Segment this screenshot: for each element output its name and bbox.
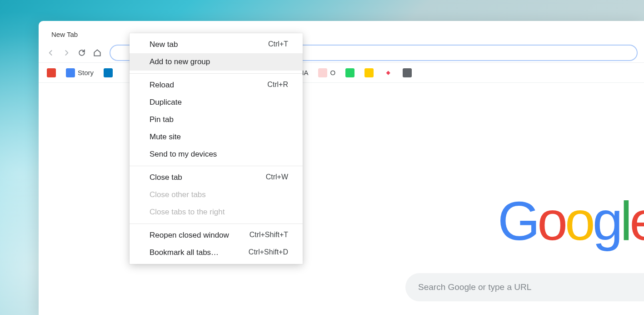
menu-item-add-to-new-group[interactable]: Add to new group: [130, 53, 303, 71]
bookmark-todoist[interactable]: [44, 66, 59, 79]
bookmark-label: O: [330, 69, 335, 76]
bookmark-trello[interactable]: [101, 66, 115, 79]
google-logo: Google: [498, 189, 644, 252]
menu-item-reload[interactable]: ReloadCtrl+R: [130, 76, 303, 94]
menu-item-label: Pin tab: [150, 115, 174, 124]
bookmark-icon: [104, 68, 113, 77]
menu-item-label: Send to my devices: [150, 150, 217, 159]
search-placeholder: Search Google or type a URL: [418, 282, 531, 292]
menu-item-label: Close tab: [150, 173, 182, 182]
menu-separator: [130, 73, 303, 74]
menu-item-close-other-tabs: Close other tabs: [130, 186, 303, 203]
menu-item-shortcut: Ctrl+T: [268, 40, 288, 49]
menu-separator: [130, 224, 303, 224]
menu-item-close-tab[interactable]: Close tabCtrl+W: [130, 169, 303, 186]
menu-item-mute-site[interactable]: Mute site: [130, 128, 303, 146]
tab-context-menu: New tabCtrl+TAdd to new groupReloadCtrl+…: [130, 33, 303, 264]
menu-item-pin-tab[interactable]: Pin tab: [130, 111, 303, 128]
menu-item-shortcut: Ctrl+Shift+D: [249, 248, 288, 257]
bookmark-misc[interactable]: [400, 66, 414, 79]
bookmark-icon: [47, 68, 56, 77]
home-button[interactable]: [91, 47, 103, 59]
menu-item-shortcut: Ctrl+W: [266, 173, 288, 182]
menu-item-label: Reload: [150, 81, 174, 90]
menu-item-bookmark-all-tabs[interactable]: Bookmark all tabs…Ctrl+Shift+D: [130, 244, 303, 261]
bookmark-label: Story: [78, 69, 94, 76]
bookmark-icon: ◆: [384, 68, 393, 77]
reload-button[interactable]: [76, 47, 88, 59]
bookmark-o[interactable]: O: [315, 66, 338, 79]
menu-item-duplicate[interactable]: Duplicate: [130, 94, 303, 111]
menu-item-label: Close tabs to the right: [150, 208, 225, 217]
bookmark-icon: [345, 68, 354, 77]
menu-item-shortcut: Ctrl+R: [267, 81, 288, 90]
bookmark-icon: [66, 68, 75, 77]
bookmark-pocket[interactable]: ◆: [381, 66, 395, 79]
menu-item-label: Add to new group: [150, 57, 210, 66]
bookmark-whatsapp[interactable]: [343, 66, 357, 79]
bookmark-icon: [318, 68, 327, 77]
menu-item-label: Mute site: [150, 132, 181, 142]
menu-item-shortcut: Ctrl+Shift+T: [250, 231, 288, 240]
menu-item-label: Duplicate: [150, 98, 182, 107]
menu-item-reopen-closed-window[interactable]: Reopen closed windowCtrl+Shift+T: [130, 227, 303, 244]
browser-tab[interactable]: New Tab: [42, 26, 87, 43]
bookmark-icon: [403, 68, 412, 77]
tab-title: New Tab: [51, 30, 78, 38]
bookmark-icon: [364, 68, 374, 77]
menu-item-label: Reopen closed window: [150, 231, 229, 240]
menu-separator: [130, 166, 303, 166]
menu-item-label: Bookmark all tabs…: [150, 248, 219, 257]
menu-item-close-tabs-to-the-right: Close tabs to the right: [130, 203, 303, 221]
bookmark-story[interactable]: Story: [63, 66, 96, 79]
menu-item-label: Close other tabs: [150, 190, 206, 199]
back-button[interactable]: [45, 47, 57, 59]
bookmark-natgeo[interactable]: [362, 66, 376, 79]
menu-item-new-tab[interactable]: New tabCtrl+T: [130, 36, 303, 53]
menu-item-send-to-my-devices[interactable]: Send to my devices: [130, 146, 303, 163]
menu-item-label: New tab: [150, 40, 178, 49]
forward-button[interactable]: [60, 47, 72, 59]
search-box[interactable]: Search Google or type a URL: [405, 273, 644, 301]
